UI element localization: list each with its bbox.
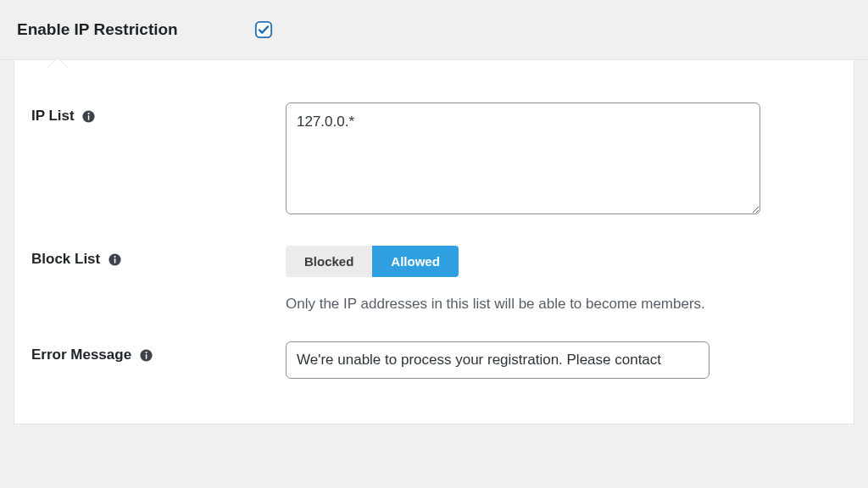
svg-point-9 (145, 351, 147, 352)
enable-ip-restriction-label: Enable IP Restriction (17, 20, 178, 39)
block-list-label-wrap: Block List (31, 246, 286, 268)
info-icon[interactable] (81, 108, 97, 124)
ip-list-label-wrap: IP List (31, 103, 286, 125)
svg-rect-5 (114, 258, 116, 263)
row-ip-list: IP List (31, 103, 837, 217)
svg-point-6 (114, 255, 115, 257)
error-message-input[interactable] (286, 341, 709, 379)
svg-point-3 (88, 112, 90, 114)
row-error-message: Error Message (31, 341, 837, 379)
svg-rect-2 (88, 115, 90, 120)
info-icon[interactable] (107, 252, 122, 267)
toggle-option-allowed[interactable]: Allowed (372, 246, 459, 277)
block-allow-toggle: Blocked Allowed (286, 246, 459, 277)
block-list-helper-text: Only the IP addresses in this list will … (286, 296, 760, 313)
ip-list-label: IP List (31, 108, 75, 125)
info-icon[interactable] (138, 347, 153, 363)
toggle-option-blocked[interactable]: Blocked (286, 246, 372, 277)
svg-rect-8 (145, 354, 147, 359)
row-block-list: Block List Blocked Allowed Only the IP a… (31, 246, 837, 313)
error-message-label: Error Message (31, 347, 131, 363)
settings-tab-header: Enable IP Restriction (0, 0, 868, 60)
error-message-label-wrap: Error Message (31, 341, 286, 363)
block-list-label: Block List (31, 251, 100, 268)
ip-restriction-panel: IP List Block List Blocked Allowed Only … (14, 60, 854, 424)
ip-list-textarea[interactable] (286, 103, 760, 214)
checkbox-checked-icon (254, 20, 273, 39)
enable-ip-restriction-checkbox[interactable] (254, 20, 273, 39)
